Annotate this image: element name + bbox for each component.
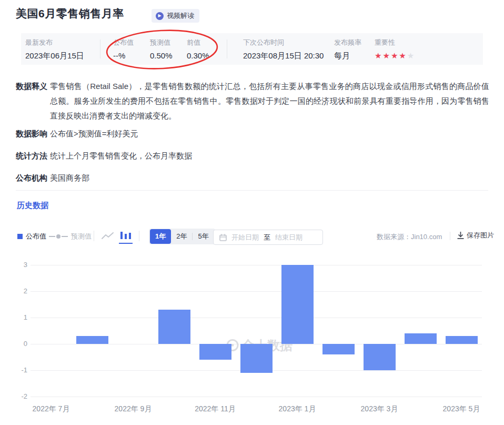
y-axis-tick-label: -2 — [6, 392, 27, 400]
bar-chart-icon — [120, 231, 132, 240]
info-content: 公布值>预测值=利好美元 — [50, 126, 489, 141]
gridline — [31, 318, 482, 318]
y-axis-tick-label: 2 — [6, 287, 27, 295]
start-date-input[interactable]: 开始日期 — [231, 233, 259, 242]
history-section-title: 历史数据 — [17, 201, 48, 211]
range-button-1y[interactable]: 1年 — [150, 229, 171, 244]
bar-2023年4月[interactable] — [405, 333, 437, 344]
divider — [450, 232, 450, 240]
star-icon: ★ — [399, 51, 407, 60]
end-date-input[interactable]: 结束日期 — [275, 233, 303, 242]
save-image-button[interactable]: 保存图片 — [457, 231, 494, 240]
info-label: 数据影响 — [16, 126, 47, 141]
history-bar-chart[interactable]: 金十数据 3210-1-22022年 7月2022年 9月2022年 11月20… — [0, 253, 504, 425]
info-row-impact: 数据影响 公布值>预测值=利好美元 — [16, 126, 489, 141]
active-chart-type-indicator — [119, 243, 133, 244]
legend-label: 公布值 — [26, 232, 46, 241]
legend-forecast[interactable]: 预测值 — [49, 232, 92, 241]
info-row-definition: 数据释义 零售销售（Retail Sale），是零售销售数额的统计汇总，包括所有… — [16, 79, 489, 123]
star-icon: ★ — [391, 51, 399, 60]
legend-label: 预测值 — [71, 232, 92, 241]
divider — [16, 190, 488, 191]
video-explain-label: 视频解读 — [167, 11, 194, 21]
stat-value: --% — [113, 51, 134, 60]
stat-label: 预测值 — [150, 38, 173, 47]
stat-published: 公布值 --% — [113, 38, 134, 60]
bar-2022年10月[interactable] — [158, 310, 190, 344]
divider — [100, 39, 100, 58]
download-icon — [457, 232, 464, 239]
y-axis-tick-label: 3 — [6, 261, 27, 269]
info-row-agency: 公布机构 美国商务部 — [16, 171, 489, 185]
range-button-group: 1年 2年 5年 — [149, 229, 215, 244]
bar-2022年12月[interactable] — [240, 344, 273, 373]
bar-2022年11月[interactable] — [199, 344, 231, 360]
stat-label: 重要性 — [375, 38, 415, 47]
star-icon: ★ — [382, 51, 390, 60]
info-label: 统计方法 — [16, 149, 47, 163]
stat-frequency: 发布频率 每月 — [334, 38, 361, 61]
y-axis-tick-label: -1 — [6, 366, 27, 374]
gridline — [31, 291, 482, 292]
legend-published[interactable]: 公布值 — [17, 232, 46, 241]
line-chart-toggle[interactable] — [102, 232, 114, 242]
save-image-label: 保存图片 — [467, 231, 494, 240]
bar-2023年3月[interactable] — [364, 344, 396, 370]
stat-previous: 前值 0.30% — [187, 38, 209, 60]
date-separator: 至 — [264, 233, 270, 242]
info-label: 数据释义 — [16, 79, 47, 94]
stat-value: 每月 — [334, 51, 361, 61]
stat-label: 下次公布时间 — [243, 38, 324, 47]
y-axis-tick-label: 1 — [6, 313, 27, 321]
divider — [139, 231, 139, 241]
legend-square-icon — [17, 234, 23, 239]
stat-label: 发布频率 — [334, 38, 361, 47]
date-range-picker[interactable]: 开始日期 至 结束日期 — [213, 230, 323, 245]
stat-label: 最新发布 — [25, 38, 84, 47]
stat-importance: 重要性 ★★★★★ — [375, 38, 415, 61]
info-content: 统计上个月零售销售变化，公布月率数据 — [50, 149, 489, 163]
stat-forecast: 预测值 0.50% — [150, 38, 173, 60]
divider — [94, 231, 94, 241]
stat-latest-release: 最新发布 2023年06月15日 — [25, 38, 84, 61]
info-label: 公布机构 — [16, 171, 47, 185]
stat-next-release: 下次公布时间 2023年08月15日 20:30 — [243, 38, 324, 61]
gridline — [31, 397, 482, 397]
video-explain-button[interactable]: ▶ 视频解读 — [152, 9, 199, 23]
stats-bar: 最新发布 2023年06月15日 公布值 --% 预测值 0.50% 前值 0.… — [21, 33, 483, 65]
line-chart-icon — [102, 232, 114, 240]
x-axis-tick-label: 2022年 7月 — [17, 404, 85, 414]
importance-stars: ★★★★★ — [375, 51, 415, 61]
stat-value: 2023年06月15日 — [25, 51, 84, 61]
bar-chart-toggle[interactable] — [120, 231, 132, 242]
x-axis-tick-label: 2022年 9月 — [99, 404, 167, 414]
page-title: 美国6月零售销售月率 — [16, 6, 124, 21]
stat-value: 0.50% — [150, 51, 173, 60]
bar-2023年5月[interactable] — [446, 336, 478, 344]
info-content: 零售销售（Retail Sale），是零售销售数额的统计汇总，包括所有主要从事零… — [50, 79, 489, 123]
info-row-method: 统计方法 统计上个月零售销售变化，公布月率数据 — [16, 149, 489, 163]
star-icon: ★ — [407, 51, 415, 60]
stat-value: 0.30% — [187, 51, 209, 60]
page-root: 美国6月零售销售月率 ▶ 视频解读 最新发布 2023年06月15日 公布值 -… — [0, 0, 504, 425]
range-button-5y[interactable]: 5年 — [193, 229, 214, 244]
x-axis-tick-label: 2023年 3月 — [345, 404, 414, 414]
bar-2023年1月[interactable] — [281, 265, 314, 344]
stat-label: 前值 — [187, 38, 209, 47]
x-axis-tick-label: 2023年 5月 — [427, 404, 496, 414]
y-axis-tick-label: 0 — [6, 340, 27, 348]
bar-2023年2月[interactable] — [322, 344, 355, 354]
line-dot-icon — [49, 234, 68, 239]
range-button-2y[interactable]: 2年 — [171, 229, 192, 244]
x-axis-tick-label: 2023年 1月 — [263, 404, 331, 414]
info-content: 美国商务部 — [50, 171, 489, 185]
data-source-label: 数据来源：Jin10.com — [377, 232, 442, 242]
stat-value: 2023年08月15日 20:30 — [243, 51, 324, 61]
bar-2022年8月[interactable] — [76, 336, 108, 344]
stat-label: 公布值 — [113, 38, 134, 47]
x-axis-tick-label: 2022年 11月 — [181, 404, 249, 414]
star-icon: ★ — [375, 51, 382, 60]
calendar-icon — [219, 234, 227, 241]
divider — [227, 39, 227, 58]
play-icon: ▶ — [156, 12, 164, 20]
